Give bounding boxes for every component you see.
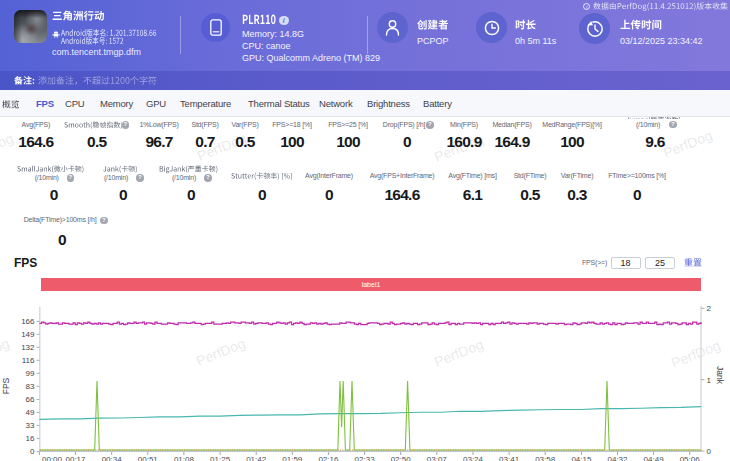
svg-text:04:32: 04:32 [607,455,628,461]
svg-text:132: 132 [21,343,35,352]
svg-text:03:07: 03:07 [427,455,448,461]
svg-text:00:00: 00:00 [42,455,63,461]
svg-text:66: 66 [26,395,35,404]
svg-text:02:50: 02:50 [391,455,412,461]
svg-text:01:08: 01:08 [174,455,195,461]
svg-text:01:42: 01:42 [246,455,267,461]
svg-text:00:51: 00:51 [138,455,159,461]
svg-text:00:34: 00:34 [102,455,123,461]
svg-text:116: 116 [22,356,35,365]
svg-text:00:17: 00:17 [65,455,86,461]
svg-text:16: 16 [26,434,35,443]
svg-text:01:25: 01:25 [210,455,231,461]
svg-text:03:41: 03:41 [499,455,520,461]
svg-text:02:16: 02:16 [318,455,339,461]
svg-text:Jank: Jank [715,366,725,385]
svg-text:33: 33 [26,421,35,430]
svg-text:0: 0 [707,447,712,456]
svg-text:02:33: 02:33 [355,455,376,461]
svg-text:2: 2 [707,304,712,313]
svg-text:03:24: 03:24 [463,455,484,461]
svg-text:1: 1 [707,376,712,385]
svg-text:04:49: 04:49 [644,455,665,461]
svg-text:03:58: 03:58 [535,455,556,461]
svg-text:05:06: 05:06 [680,455,701,461]
svg-text:04:15: 04:15 [571,455,592,461]
svg-text:99: 99 [26,369,35,378]
svg-text:49: 49 [26,408,35,417]
svg-text:01:59: 01:59 [282,455,303,461]
svg-text:83: 83 [26,382,35,391]
svg-text:166: 166 [21,317,35,326]
svg-text:0: 0 [30,447,35,456]
svg-text:FPS: FPS [1,377,11,394]
svg-text:149: 149 [21,330,35,339]
